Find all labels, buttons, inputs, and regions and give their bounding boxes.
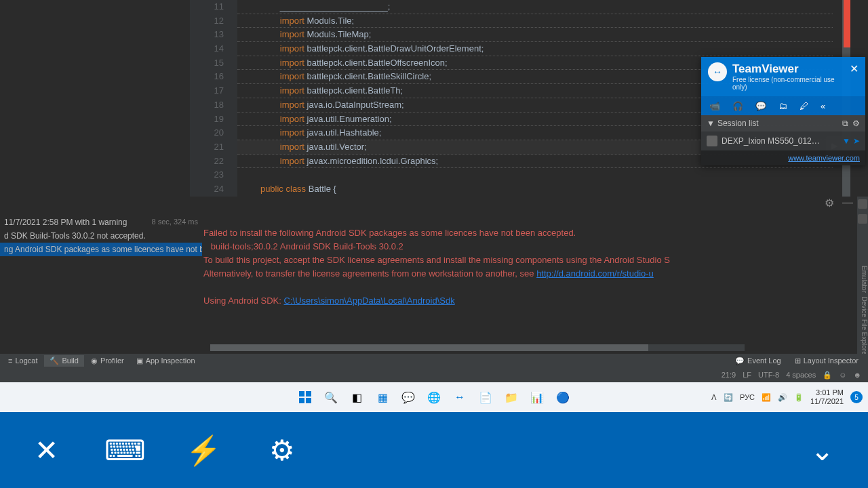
rail-button[interactable] <box>858 199 867 209</box>
settings-icon[interactable]: ⚙ <box>263 434 301 467</box>
console-error-line: To build this project, accept the SDK li… <box>203 255 670 265</box>
task-view-icon[interactable]: ◧ <box>348 388 366 406</box>
session-row[interactable]: DEXP_Ixion MS550_0123456789 ▼➤ <box>701 131 865 150</box>
status-bar: 21:9 LF UTF-8 4 spaces 🔒 ☺ ☻ <box>0 367 868 382</box>
volume-icon[interactable]: 🔊 <box>778 393 787 402</box>
file-encoding[interactable]: UTF-8 <box>758 371 779 379</box>
teamviewer-subtitle: Free license (non-commercial use only) <box>732 76 844 91</box>
notification-badge[interactable]: 5 <box>850 391 863 403</box>
tab-profiler[interactable]: ◉Profiler <box>85 355 130 367</box>
gear-icon[interactable]: ⚙ <box>852 119 860 128</box>
battery-icon[interactable]: 🔋 <box>794 393 804 402</box>
files-icon[interactable]: 🗂 <box>778 101 787 111</box>
console-link[interactable]: http://d.android.com/r/studio-u <box>536 268 654 279</box>
wifi-icon[interactable]: 📶 <box>762 393 771 402</box>
search-icon[interactable]: 🔍 <box>322 388 340 406</box>
teamviewer-toolbar: 📹 🎧 💬 🗂 🖊 « <box>701 96 865 115</box>
build-icon: 🔨 <box>50 357 59 365</box>
tool-window-tabs: ≡Logcat 🔨Build ◉Profiler ▣App Inspection… <box>0 354 868 367</box>
explorer-icon[interactable]: 📁 <box>502 388 520 406</box>
line-separator[interactable]: LF <box>743 371 751 379</box>
build-duration: 8 sec, 324 ms <box>152 218 198 226</box>
left-margin <box>0 0 190 197</box>
lock-icon[interactable]: 🔒 <box>823 371 832 380</box>
rail-button[interactable] <box>858 214 867 224</box>
teamviewer-panel: ↔ TeamViewer Free license (non-commercia… <box>701 57 865 165</box>
more-icon[interactable]: « <box>821 101 825 111</box>
build-status-row[interactable]: 8 sec, 324 ms 11/7/2021 2:58 PM with 1 w… <box>0 216 202 229</box>
chat-icon[interactable]: 💬 <box>399 388 417 406</box>
face-icon[interactable]: ☻ <box>853 371 861 379</box>
avatar-icon <box>707 136 717 146</box>
app-icon[interactable]: 📊 <box>528 388 546 406</box>
console-error-line: Failed to install the following Android … <box>203 228 576 238</box>
tab-event-log[interactable]: 💬Event Log <box>730 355 787 367</box>
teamviewer-logo-icon: ↔ <box>708 62 727 81</box>
cursor-icon[interactable]: ➤ <box>853 136 860 146</box>
session-list-header[interactable]: ▼ Session list ⧉⚙ <box>701 115 865 131</box>
chevron-down-icon: ▼ <box>707 119 715 128</box>
tab-layout-inspector[interactable]: ⊞Layout Inspector <box>789 355 864 367</box>
video-icon[interactable]: 📹 <box>709 101 720 111</box>
gutter: 111213141516171819202122232425 <box>190 0 237 197</box>
teamviewer-link[interactable]: www.teamviewer.com <box>788 154 860 162</box>
event-log-icon: 💬 <box>735 357 745 365</box>
build-timestamp: 11/7/2021 2:58 PM with 1 warning <box>4 218 127 227</box>
start-button[interactable] <box>296 388 314 406</box>
console-error-line: Alternatively, to transfer the license a… <box>203 268 654 279</box>
layout-inspector-icon: ⊞ <box>795 357 801 365</box>
edge-icon[interactable]: 🌐 <box>425 388 443 406</box>
console-info-line: Using Android SDK: C:\Users\simon\AppDat… <box>203 296 455 306</box>
chevron-down-icon[interactable]: ▼ <box>842 136 850 146</box>
build-warning-row[interactable]: d SDK Build-Tools 30.0.2 not accepted. <box>0 229 202 243</box>
teamviewer-close-icon[interactable]: ✕ <box>850 62 859 75</box>
popout-icon[interactable]: ⧉ <box>842 119 848 128</box>
svg-rect-0 <box>299 391 304 396</box>
indent-setting[interactable]: 4 spaces <box>786 371 816 379</box>
minimize-icon[interactable]: — <box>842 197 853 207</box>
close-icon[interactable]: ✕ <box>27 434 65 467</box>
notepad-icon[interactable]: 📄 <box>477 388 494 406</box>
system-tray: ᐱ 🔄 РУС 📶 🔊 🔋 3:01 PM 11/7/2021 5 <box>711 388 863 406</box>
keyboard-icon[interactable]: ⌨ <box>106 434 144 467</box>
settings-icon[interactable]: ⚙ <box>825 197 835 207</box>
clock[interactable]: 3:01 PM 11/7/2021 <box>810 388 844 406</box>
tab-build[interactable]: 🔨Build <box>44 355 83 367</box>
sync-icon[interactable]: 🔄 <box>724 393 733 402</box>
teamviewer-header: ↔ TeamViewer Free license (non-commercia… <box>701 57 865 96</box>
headset-icon[interactable]: 🎧 <box>732 101 743 111</box>
svg-rect-1 <box>306 391 311 396</box>
tray-expand-icon[interactable]: ᐱ <box>711 393 717 402</box>
language-indicator[interactable]: РУС <box>740 393 755 401</box>
widgets-icon[interactable]: ▦ <box>374 388 391 406</box>
svg-rect-2 <box>299 398 304 403</box>
inspection-icon: ▣ <box>136 357 143 365</box>
app-icon[interactable]: 🔵 <box>554 388 572 406</box>
teamviewer-taskbar-icon[interactable]: ↔ <box>451 388 469 406</box>
taskbar-center: 🔍 ◧ ▦ 💬 🌐 ↔ 📄 📁 📊 🔵 <box>296 388 572 406</box>
actions-icon[interactable]: ⚡ <box>184 434 222 467</box>
build-error-row[interactable]: ng Android SDK packages as some licences… <box>0 243 202 256</box>
chat-icon[interactable]: 💬 <box>755 101 766 111</box>
chevron-down-icon[interactable]: ⌄ <box>803 434 841 467</box>
profiler-icon: ◉ <box>91 357 98 365</box>
teamviewer-footer: www.teamviewer.com <box>701 150 865 165</box>
whiteboard-icon[interactable]: 🖊 <box>800 101 808 111</box>
scrollbar-thumb[interactable] <box>210 344 648 351</box>
build-console[interactable]: Failed to install the following Android … <box>203 213 853 351</box>
build-summary[interactable]: 8 sec, 324 ms 11/7/2021 2:58 PM with 1 w… <box>0 216 202 351</box>
svg-rect-3 <box>306 398 311 403</box>
caret-position[interactable]: 21:9 <box>722 371 736 379</box>
tab-logcat[interactable]: ≡Logcat <box>3 355 43 366</box>
right-rail-labels[interactable]: Emulator Device File Explorer <box>857 258 868 366</box>
face-icon[interactable]: ☺ <box>839 371 846 379</box>
tab-app-inspection[interactable]: ▣App Inspection <box>131 355 201 367</box>
sdk-path-link[interactable]: C:\Users\simon\AppData\Local\Android\Sdk <box>284 296 455 306</box>
teamviewer-action-bar: ✕ ⌨ ⚡ ⚙ ⌄ <box>0 412 868 488</box>
device-name: DEXP_Ixion MS550_0123456789 <box>722 136 823 146</box>
panel-toolbar: ⚙ — <box>825 197 853 207</box>
windows-taskbar: 🔍 ◧ ▦ 💬 🌐 ↔ 📄 📁 📊 🔵 ᐱ 🔄 РУС 📶 🔊 🔋 3:01 P… <box>0 382 868 412</box>
logcat-icon: ≡ <box>8 357 12 365</box>
console-h-scrollbar[interactable] <box>210 344 745 351</box>
build-panel: ⚙ — 8 sec, 324 ms 11/7/2021 2:58 PM with… <box>0 197 857 354</box>
